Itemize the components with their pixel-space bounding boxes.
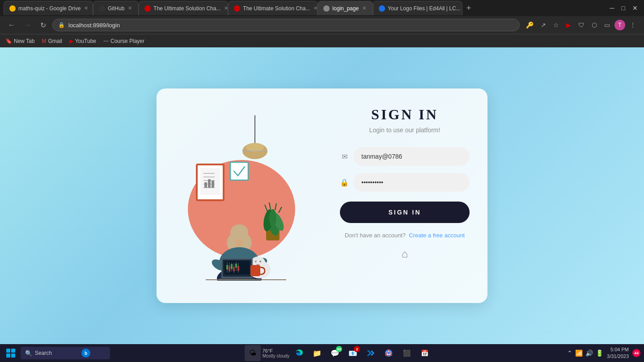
vscode-icon — [367, 349, 375, 357]
tray-up-arrow[interactable]: ⌃ — [567, 349, 572, 357]
svg-rect-13 — [208, 179, 211, 188]
tab-yt1[interactable]: The Ultimate Solution Cha... ✕ — [139, 1, 228, 15]
bookmarks-bar: 🔖 New Tab M Gmail ▶ YouTube ⋯ Course Pla… — [0, 34, 644, 47]
sidebar-toggle-icon[interactable]: ▭ — [602, 20, 613, 30]
taskbar-app-vscode[interactable] — [363, 345, 379, 361]
tab-close-github[interactable]: ✕ — [127, 4, 133, 12]
maximize-button[interactable]: □ — [619, 3, 628, 13]
bookmark-label-gmail: Gmail — [48, 38, 62, 44]
svg-rect-42 — [229, 266, 230, 271]
sign-in-title: SIGN IN — [371, 106, 438, 123]
home-icon[interactable]: ⌂ — [402, 248, 408, 260]
taskbar-search[interactable]: 🔍 Search b — [21, 347, 110, 359]
other-app-icon: 📅 — [421, 349, 428, 357]
tab-close-login[interactable]: ✕ — [361, 4, 367, 12]
tab-favicon-github — [99, 5, 105, 12]
password-input[interactable] — [353, 173, 470, 192]
tab-close-yt1[interactable]: ✕ — [223, 4, 228, 12]
weather-app-icon: 🌤 — [249, 349, 256, 357]
create-account-section: Don't have an account? Create a free acc… — [345, 232, 465, 239]
tab-label-yt2: The Ultimate Solution Cha... — [243, 5, 310, 12]
sign-in-button-label: SIGN IN — [388, 209, 421, 216]
volume-icon[interactable]: 🔊 — [585, 349, 593, 357]
taskbar-app-edge[interactable] — [291, 345, 307, 361]
svg-point-35 — [259, 261, 261, 262]
taskbar-app-pycharm[interactable]: ⬛ — [398, 345, 415, 361]
taskbar-app-mail[interactable]: 📧 2 — [345, 345, 361, 361]
tab-ed4all[interactable]: Your Logo Files | Ed4All | LC... ✕ — [373, 1, 462, 15]
sign-in-button[interactable]: SIGN IN — [340, 202, 470, 223]
tab-yt2[interactable]: The Ultimate Solution Cha... ✕ — [228, 1, 318, 15]
tab-bar: maths-quiz - Google Drive ✕ GitHub ✕ The… — [0, 0, 644, 16]
bookmark-course-player[interactable]: ⋯ Course Player — [103, 38, 144, 44]
no-account-text: Don't have an account? — [345, 232, 406, 239]
whatsapp-badge: 80 — [336, 346, 342, 352]
svg-point-20 — [269, 209, 276, 227]
svg-rect-48 — [235, 264, 237, 268]
email-input[interactable] — [353, 147, 470, 166]
svg-rect-44 — [231, 264, 233, 269]
shield-icon[interactable]: 🛡 — [576, 20, 587, 30]
tab-github[interactable]: GitHub ✕ — [93, 1, 139, 15]
taskbar-app-whatsapp[interactable]: 💬 80 — [327, 345, 343, 361]
search-bing-icon: b — [81, 349, 90, 358]
forward-button[interactable]: → — [21, 19, 34, 31]
file-explorer-icon: 📁 — [313, 349, 322, 358]
taskbar-app-chrome[interactable] — [381, 345, 397, 361]
svg-rect-50 — [237, 266, 239, 271]
network-icon[interactable]: 📶 — [575, 349, 583, 357]
profile-icon[interactable]: T — [614, 20, 625, 30]
bookmark-new-tab[interactable]: 🔖 New Tab — [5, 38, 34, 44]
nav-actions: 🔑 ↗ ☆ ▶ 🛡 ⬡ ▭ T ⋮ — [523, 20, 639, 30]
bookmark-label-course-player: Course Player — [110, 38, 144, 44]
nav-bar: ← → ↻ 🔒 localhost:8989/login 🔑 ↗ ☆ ▶ 🛡 ⬡… — [0, 16, 644, 34]
edge-icon — [295, 349, 304, 358]
reload-button[interactable]: ↻ — [38, 19, 49, 31]
tab-close-yt2[interactable]: ✕ — [313, 4, 318, 12]
taskbar-app-file-explorer[interactable]: 📁 — [309, 345, 325, 361]
tab-drive[interactable]: maths-quiz - Google Drive ✕ — [4, 1, 93, 15]
card-form: SIGN IN Login to use our platform! ✉ 🔒 S… — [326, 88, 487, 303]
clock[interactable]: 5:04 PM 3/31/2023 — [607, 346, 629, 360]
share-icon[interactable]: ↗ — [538, 20, 549, 30]
bookmark-label-new-tab: New Tab — [14, 38, 34, 44]
bookmark-youtube[interactable]: ▶ YouTube — [69, 38, 96, 44]
mail-badge: 2 — [354, 346, 360, 352]
tab-favicon-login — [323, 5, 330, 12]
chrome-icon — [385, 349, 393, 357]
weather-info[interactable]: 76°F Mostly cloudy — [263, 348, 290, 358]
start-button[interactable] — [4, 348, 18, 358]
clock-time: 5:04 PM — [607, 346, 629, 353]
email-form-group: ✉ — [340, 147, 470, 166]
page-content: SIGN IN Login to use our platform! ✉ 🔒 S… — [0, 47, 644, 344]
notification-badge[interactable]: 44 — [632, 349, 640, 357]
bookmark-label-youtube: YouTube — [75, 38, 96, 44]
minimize-button[interactable]: ─ — [607, 3, 617, 13]
email-icon: ✉ — [340, 152, 349, 161]
tab-label-yt1: The Ultimate Solution Cha... — [153, 5, 220, 12]
tab-login[interactable]: login_page ✕ — [318, 1, 373, 15]
extensions-icon[interactable]: ⬡ — [589, 20, 600, 30]
close-browser-button[interactable]: ✕ — [630, 3, 640, 13]
url-bar[interactable]: 🔒 localhost:8989/login — [52, 19, 520, 31]
taskbar-app-weather[interactable]: 🌤 — [245, 345, 261, 361]
tab-close-drive[interactable]: ✕ — [83, 4, 89, 12]
login-illustration — [170, 111, 313, 281]
battery-icon[interactable]: 🔋 — [596, 349, 603, 357]
svg-rect-14 — [212, 181, 214, 188]
youtube-icon[interactable]: ▶ — [564, 20, 574, 30]
new-tab-button[interactable]: + — [462, 2, 475, 14]
tab-favicon-yt1 — [144, 5, 151, 12]
youtube-bm-icon: ▶ — [69, 38, 73, 44]
taskbar-app-other[interactable]: 📅 — [416, 345, 432, 361]
bookmark-star-icon[interactable]: ☆ — [551, 20, 562, 30]
gmail-icon: M — [42, 38, 46, 44]
create-account-link[interactable]: Create a free account — [409, 232, 465, 239]
key-icon[interactable]: 🔑 — [523, 20, 536, 30]
tab-favicon-ed4all — [379, 5, 385, 12]
back-button[interactable]: ← — [5, 19, 18, 31]
sign-in-subtitle: Login to use our platform! — [369, 126, 441, 134]
taskbar-apps: 🌤 76°F Mostly cloudy 📁 💬 80 📧 2 — [113, 345, 564, 361]
menu-icon[interactable]: ⋮ — [627, 20, 639, 30]
bookmark-gmail[interactable]: M Gmail — [42, 38, 62, 44]
